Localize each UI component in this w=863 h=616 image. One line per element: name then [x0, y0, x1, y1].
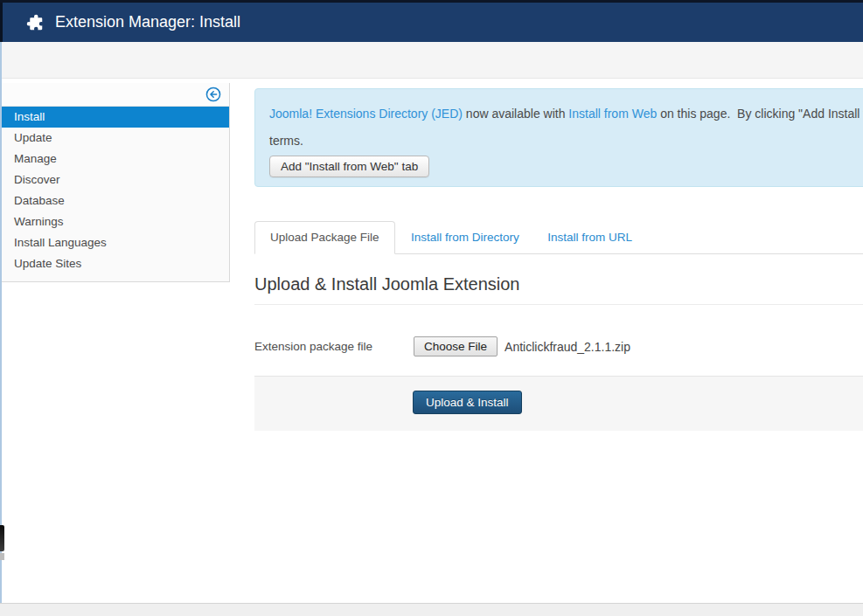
tab-upload-package-file[interactable]: Upload Package File: [254, 221, 395, 254]
window-left-edge: [0, 3, 3, 42]
alert-text-line2: terms.: [269, 128, 863, 155]
jed-link[interactable]: Joomla! Extensions Directory (JED): [269, 107, 463, 121]
sidebar-item-discover[interactable]: Discover: [2, 170, 229, 190]
sidebar-item-manage[interactable]: Manage: [2, 149, 229, 170]
circle-arrow-left-icon[interactable]: [205, 87, 221, 102]
puzzle-icon: [25, 13, 44, 31]
tab-bar: Upload Package File Install from Directo…: [254, 221, 863, 254]
selected-file-name: Anticlickfraud_2.1.1.zip: [505, 340, 630, 354]
file-upload-row: Extension package file Choose File Antic…: [254, 336, 863, 356]
alert-text-segment: on this page. By clicking "Add Install f…: [657, 107, 863, 121]
page-title: Extension Manager: Install: [55, 3, 240, 42]
main-content: Joomla! Extensions Directory (JED) now a…: [230, 79, 863, 603]
tab-install-from-url[interactable]: Install from URL: [535, 221, 644, 253]
install-from-web-link[interactable]: Install from Web: [568, 107, 657, 121]
sidebar-item-install-languages[interactable]: Install Languages: [2, 232, 229, 253]
sidebar-item-update[interactable]: Update: [2, 128, 229, 149]
edge-notch: [0, 525, 4, 551]
footer-bar: [0, 603, 863, 616]
section-heading: Upload & Install Joomla Extension: [254, 274, 863, 305]
alert-text-line1: Joomla! Extensions Directory (JED) now a…: [269, 100, 863, 128]
jed-info-alert: Joomla! Extensions Directory (JED) now a…: [254, 88, 863, 187]
title-bar: Extension Manager: Install: [0, 3, 863, 42]
sidebar-item-warnings[interactable]: Warnings: [2, 211, 229, 232]
tab-install-from-directory[interactable]: Install from Directory: [399, 221, 532, 253]
choose-file-button[interactable]: Choose File: [414, 336, 498, 356]
sidebar-header: [2, 83, 229, 107]
edge-notch-shadow: [0, 553, 4, 560]
sidebar-menu: Install Update Manage Discover Database …: [2, 107, 229, 281]
upload-install-button[interactable]: Upload & Install: [413, 391, 522, 414]
sidebar: Install Update Manage Discover Database …: [2, 83, 230, 282]
add-install-from-web-tab-button[interactable]: Add "Install from Web" tab: [269, 156, 429, 177]
file-field-label: Extension package file: [254, 340, 414, 353]
sidebar-item-database[interactable]: Database: [2, 190, 229, 211]
form-actions-band: Upload & Install: [254, 376, 863, 431]
toolbar-strip: [0, 42, 863, 79]
alert-text-segment: now available with: [463, 107, 568, 121]
sidebar-item-update-sites[interactable]: Update Sites: [2, 253, 229, 274]
sidebar-item-install[interactable]: Install: [2, 107, 229, 128]
joomla-admin-page: Extension Manager: Install Install Updat…: [0, 0, 863, 616]
